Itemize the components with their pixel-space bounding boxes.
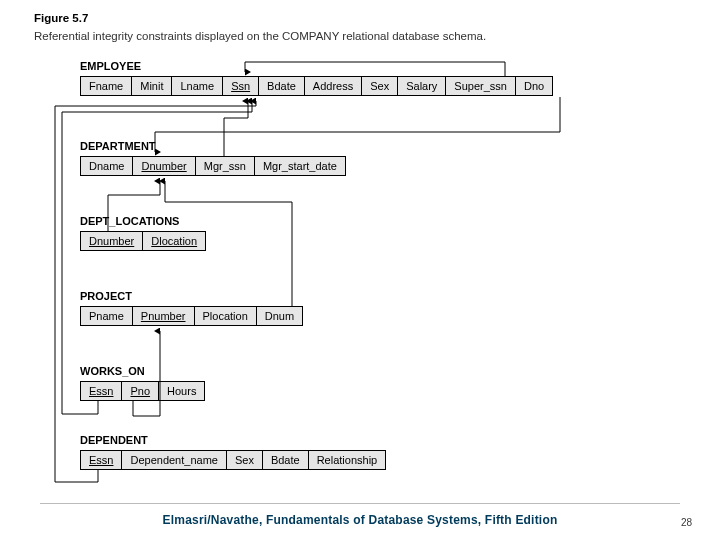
dept-locations-row: Dnumber Dlocation (80, 231, 205, 251)
department-label: DEPARTMENT (80, 140, 156, 152)
col-pnumber: Pnumber (132, 306, 195, 326)
col-sex: Sex (361, 76, 398, 96)
col-super-ssn: Super_ssn (445, 76, 516, 96)
col-mgr-ssn: Mgr_ssn (195, 156, 255, 176)
col-dep-sex: Sex (226, 450, 263, 470)
col-address: Address (304, 76, 362, 96)
col-dl-dnumber: Dnumber (80, 231, 143, 251)
works-on-label: WORKS_ON (80, 365, 145, 377)
col-dname: Dname (80, 156, 133, 176)
col-dep-essn: Essn (80, 450, 122, 470)
department-row: Dname Dnumber Mgr_ssn Mgr_start_date (80, 156, 345, 176)
figure-title: Figure 5.7 (34, 12, 88, 24)
col-salary: Salary (397, 76, 446, 96)
col-ssn: Ssn (222, 76, 259, 96)
page-number: 28 (681, 517, 692, 528)
project-row: Pname Pnumber Plocation Dnum (80, 306, 302, 326)
col-pname: Pname (80, 306, 133, 326)
col-pno: Pno (121, 381, 159, 401)
dependent-label: DEPENDENT (80, 434, 148, 446)
col-dno: Dno (515, 76, 553, 96)
dept-locations-label: DEPT_LOCATIONS (80, 215, 179, 227)
col-dnumber: Dnumber (132, 156, 195, 176)
dependent-row: Essn Dependent_name Sex Bdate Relationsh… (80, 450, 385, 470)
footer: Elmasri/Navathe, Fundamentals of Databas… (0, 503, 720, 528)
project-label: PROJECT (80, 290, 132, 302)
col-mgr-start-date: Mgr_start_date (254, 156, 346, 176)
employee-label: EMPLOYEE (80, 60, 141, 72)
col-bdate: Bdate (258, 76, 305, 96)
employee-row: Fname Minit Lname Ssn Bdate Address Sex … (80, 76, 552, 96)
col-dnum: Dnum (256, 306, 303, 326)
col-hours: Hours (158, 381, 205, 401)
col-fname: Fname (80, 76, 132, 96)
col-dependent-name: Dependent_name (121, 450, 226, 470)
col-dep-bdate: Bdate (262, 450, 309, 470)
col-minit: Minit (131, 76, 172, 96)
footer-text: Elmasri/Navathe, Fundamentals of Databas… (163, 513, 558, 527)
col-plocation: Plocation (194, 306, 257, 326)
works-on-row: Essn Pno Hours (80, 381, 204, 401)
col-relationship: Relationship (308, 450, 387, 470)
col-essn: Essn (80, 381, 122, 401)
figure-caption: Referential integrity constraints displa… (34, 30, 486, 42)
col-dlocation: Dlocation (142, 231, 206, 251)
col-lname: Lname (171, 76, 223, 96)
